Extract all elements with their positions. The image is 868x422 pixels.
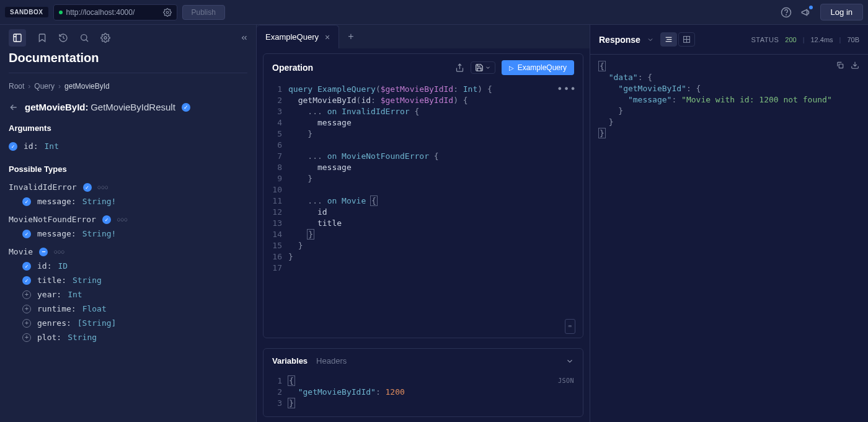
schema-tab-icon[interactable]	[9, 29, 26, 47]
svg-point-5	[104, 37, 107, 39]
tab-variables[interactable]: Variables	[272, 356, 308, 366]
editor-more-icon[interactable]: •••	[557, 84, 577, 95]
breadcrumb-root[interactable]: Root	[9, 82, 24, 91]
chevron-down-icon[interactable]	[565, 357, 574, 366]
documentation-heading: Documentation	[9, 51, 247, 73]
tab-label: ExampleQuery	[265, 32, 319, 42]
variables-editor[interactable]: JSON 123 { "getMovieByIdId": 1200 }	[264, 373, 583, 416]
check-icon[interactable]: ✓	[22, 262, 31, 271]
add-tab-icon[interactable]: +	[339, 31, 362, 42]
more-icon[interactable]: ○○○	[98, 184, 108, 190]
field-plot[interactable]: + plot: String	[9, 330, 247, 344]
collapse-sidebar-icon[interactable]	[240, 34, 249, 42]
share-icon[interactable]	[455, 63, 464, 73]
line-gutter: 123	[264, 373, 288, 416]
keyboard-icon[interactable]: ⌨	[565, 319, 575, 334]
field-year[interactable]: + year: Int	[9, 287, 247, 302]
operation-title: Operation	[272, 63, 313, 73]
response-header: Response STATUS 200 | 12.4ms | 70B	[590, 25, 868, 55]
breadcrumb: Root › Query › getMovieById	[9, 82, 247, 91]
check-icon[interactable]: ✓	[102, 215, 111, 224]
run-button[interactable]: ▷ ExampleQuery	[502, 60, 574, 75]
copy-icon[interactable]	[836, 61, 844, 70]
top-bar: SANDBOX http://localhost:4000/ Publish L…	[0, 0, 868, 25]
argument-id[interactable]: ✓ id: Int	[9, 139, 247, 153]
field-message[interactable]: ✓ message: String!	[9, 227, 247, 241]
type-movie: Movie − ○○○ ✓ id: ID ✓ title: String	[9, 245, 247, 344]
field-genres[interactable]: + genres: [String]	[9, 316, 247, 330]
more-icon[interactable]: ○○○	[54, 249, 64, 254]
chevron-down-icon[interactable]	[647, 36, 654, 43]
add-icon[interactable]: +	[22, 290, 31, 299]
check-icon[interactable]: ✓	[9, 142, 17, 151]
settings-icon[interactable]	[100, 33, 110, 43]
save-collection-button[interactable]	[471, 61, 495, 74]
bookmark-icon[interactable]	[37, 33, 47, 43]
login-button[interactable]: Log in	[820, 4, 863, 20]
check-badge-icon[interactable]: ✓	[182, 103, 190, 112]
more-icon[interactable]: ○○○	[117, 217, 128, 222]
svg-point-4	[81, 35, 87, 40]
help-icon[interactable]	[781, 7, 792, 18]
play-icon: ▷	[509, 65, 514, 71]
type-invalididerror: InvalidIdError ✓ ○○○ ✓ message: String!	[9, 180, 247, 209]
response-timing: 12.4ms	[810, 36, 833, 43]
variables-panel: Variables Headers JSON 123 { "getMovieBy…	[263, 348, 583, 417]
history-icon[interactable]	[58, 33, 68, 43]
operation-header: Operation ▷ ExampleQuery	[264, 54, 583, 81]
tab-example-query[interactable]: ExampleQuery ×	[257, 25, 339, 48]
type-name[interactable]: Movie	[9, 247, 33, 256]
check-icon[interactable]: ✓	[22, 230, 31, 238]
add-icon[interactable]: +	[22, 319, 31, 328]
endpoint-url: http://localhost:4000/	[66, 8, 159, 17]
type-name[interactable]: InvalidIdError	[9, 182, 77, 192]
connection-status-dot	[59, 11, 63, 14]
type-movienotfounderror: MovieNotFoundError ✓ ○○○ ✓ message: Stri…	[9, 212, 247, 241]
field-id[interactable]: ✓ id: ID	[9, 259, 247, 273]
add-icon[interactable]: +	[22, 305, 31, 313]
possible-types-label: Possible Types	[9, 164, 247, 174]
svg-point-2	[786, 14, 786, 15]
sandbox-badge: SANDBOX	[5, 7, 48, 17]
view-json-icon[interactable]	[660, 32, 677, 47]
field-message[interactable]: ✓ message: String!	[9, 194, 247, 209]
add-icon[interactable]: +	[22, 333, 31, 342]
partial-icon[interactable]: −	[39, 248, 48, 256]
json-label: JSON	[558, 375, 574, 387]
svg-point-0	[166, 11, 169, 14]
run-label: ExampleQuery	[518, 63, 567, 72]
arguments-label: Arguments	[9, 123, 247, 133]
field-title[interactable]: ✓ title: String	[9, 273, 247, 287]
svg-rect-3	[14, 34, 21, 42]
type-name[interactable]: MovieNotFoundError	[9, 215, 96, 224]
svg-rect-12	[839, 64, 843, 68]
gear-icon[interactable]	[163, 8, 172, 17]
response-title: Response	[599, 35, 640, 45]
search-icon[interactable]	[79, 33, 89, 43]
close-icon[interactable]: ×	[325, 32, 330, 42]
announcement-icon[interactable]	[800, 7, 812, 18]
check-icon[interactable]: ✓	[83, 183, 92, 192]
line-gutter: 1234567891011121314151617	[264, 81, 288, 338]
back-arrow-icon[interactable]	[9, 102, 19, 112]
download-icon[interactable]	[851, 61, 859, 70]
tab-headers[interactable]: Headers	[316, 356, 347, 366]
variables-content[interactable]: { "getMovieByIdId": 1200 }	[288, 373, 412, 416]
response-size: 70B	[847, 36, 859, 43]
operation-editor[interactable]: ••• 1234567891011121314151617 query Exam…	[264, 81, 583, 338]
view-table-icon[interactable]	[678, 32, 695, 47]
code-content[interactable]: query ExampleQuery($getMovieByIdId: Int)…	[288, 81, 500, 338]
breadcrumb-current: getMovieById	[64, 82, 110, 91]
response-body[interactable]: { "data": { "getMovieById": { "message":…	[590, 55, 868, 145]
editor-tabstrip: ExampleQuery × +	[257, 25, 590, 48]
field-name: getMovieById:	[25, 102, 89, 112]
check-icon[interactable]: ✓	[22, 276, 31, 285]
sidebar-toolbar	[0, 25, 256, 51]
check-icon[interactable]: ✓	[22, 197, 31, 206]
publish-button[interactable]: Publish	[182, 5, 225, 20]
url-input-box[interactable]: http://localhost:4000/	[53, 4, 177, 20]
field-return-type[interactable]: GetMovieByIdResult	[91, 102, 175, 112]
field-runtime[interactable]: + runtime: Float	[9, 302, 247, 316]
breadcrumb-query[interactable]: Query	[34, 82, 55, 91]
status-code: 200	[785, 36, 796, 43]
